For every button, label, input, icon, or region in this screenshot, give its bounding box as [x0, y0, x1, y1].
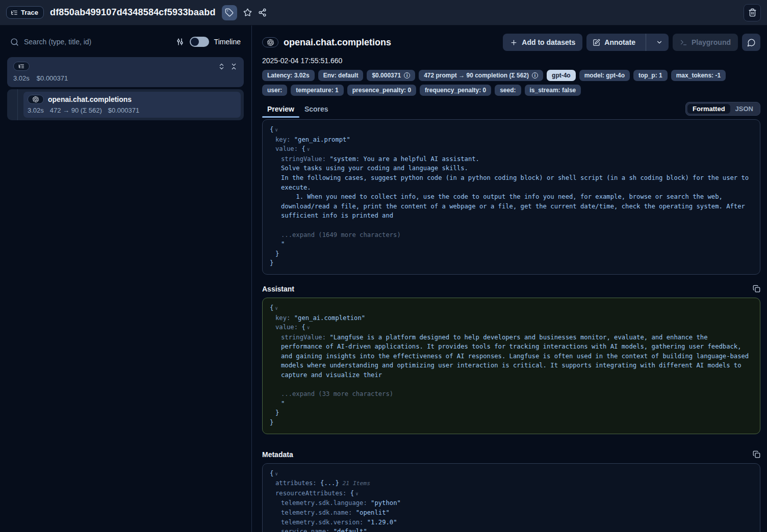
code-text: "Langfuse is a platform designed to help…	[281, 334, 753, 379]
code-line	[270, 380, 751, 390]
comment-bubble-icon	[747, 38, 756, 47]
top-bar: Trace df850ab499107d4348584cf5933baabd	[0, 0, 767, 25]
code-line: {∨	[270, 125, 751, 135]
annotate-dropdown-button[interactable]	[650, 34, 669, 51]
expand-link[interactable]: ...expand (1649 more characters)	[281, 231, 401, 238]
code-line: "	[270, 399, 751, 409]
code-line: "	[270, 240, 751, 249]
observation-node-card: openai.chat.completions 3.02s 472 → 90 (…	[7, 89, 244, 120]
collapse-chevron-icon[interactable]: ∨	[275, 305, 278, 311]
collapse-chevron-icon[interactable]: ∨	[275, 471, 278, 476]
star-button[interactable]	[243, 8, 252, 17]
observation-timestamp: 2025-02-04 17:55:51.660	[262, 57, 760, 65]
code-line: service.name: "default"	[270, 527, 751, 532]
badge-label: is_stream: false	[530, 87, 576, 94]
code-line: }	[270, 258, 751, 268]
observation-node-row[interactable]: openai.chat.completions 3.02s 472 → 90 (…	[23, 92, 241, 118]
trace-cost: $0.000371	[37, 74, 68, 82]
code-line: attributes: {...} 21 Items	[270, 478, 751, 489]
expand-link[interactable]: ...expand (33 more characters)	[281, 390, 393, 397]
tree-search-input[interactable]	[24, 38, 170, 46]
code-line: ...expand (1649 more characters)	[270, 230, 751, 240]
detail-header: openai.chat.completions Add to datasets …	[262, 34, 760, 51]
collapse-all-icon[interactable]	[230, 63, 238, 70]
badge-model: model: gpt-4o	[579, 70, 630, 81]
assistant-label: Assistant	[262, 285, 294, 293]
collapse-chevron-icon[interactable]: ∨	[355, 491, 359, 496]
code-text: "default"	[334, 528, 367, 532]
badges-row-2: user:temperature: 1presence_penalty: 0fr…	[262, 85, 760, 96]
format-toggle-formatted[interactable]: Formatted	[687, 104, 730, 114]
metadata-section-header: Metadata	[262, 450, 760, 459]
share-button[interactable]	[258, 8, 267, 17]
annotate-button[interactable]: Annotate	[586, 34, 669, 51]
openai-icon	[33, 96, 39, 102]
filter-sliders-icon[interactable]	[175, 37, 185, 46]
code-key: telemetry.sdk.language:	[281, 499, 367, 507]
badge-label: Latency: 3.02s	[267, 72, 310, 79]
tabs-row: Preview Scores Formatted JSON	[262, 102, 760, 118]
collapse-chevron-icon[interactable]: ∨	[307, 146, 310, 152]
tag-button[interactable]	[222, 5, 237, 20]
observation-tokens: 472 → 90 (Σ 562)	[50, 107, 102, 114]
collapse-chevron-icon[interactable]: ∨	[275, 127, 278, 132]
add-to-datasets-button[interactable]: Add to datasets	[503, 34, 582, 51]
code-key: value:	[275, 324, 298, 331]
copy-icon[interactable]	[753, 285, 760, 292]
list-tree-icon	[11, 9, 18, 16]
badge-label: top_p: 1	[638, 72, 662, 79]
tab-scores[interactable]: Scores	[299, 105, 334, 118]
code-line: }	[270, 408, 751, 418]
observation-type-pill	[28, 95, 44, 104]
badge-label: user:	[267, 87, 282, 94]
info-icon: i	[532, 72, 538, 78]
code-line: ...expand (33 more characters)	[270, 389, 751, 399]
badge-label: $0.000371	[372, 72, 401, 79]
code-key: stringValue:	[281, 334, 326, 341]
button-divider	[646, 34, 646, 51]
prompt-json-block: {∨key: "gen_ai.prompt"value: {∨stringVal…	[262, 119, 760, 275]
code-line: stringValue: "Langfuse is a platform des…	[270, 333, 751, 380]
trace-node-type-pill	[13, 62, 30, 71]
comments-button[interactable]	[742, 34, 760, 51]
code-line: 1. When you need to collect info, use th…	[270, 192, 751, 221]
badge-top_p: top_p: 1	[633, 70, 668, 81]
code-line: telemetry.sdk.version: "1.29.0"	[270, 518, 751, 527]
code-line: stringValue: "system: You are a helpful …	[270, 154, 751, 164]
format-toggle: Formatted JSON	[685, 102, 760, 116]
copy-icon[interactable]	[753, 450, 760, 458]
tab-preview[interactable]: Preview	[262, 105, 299, 118]
expand-all-icon[interactable]	[218, 63, 225, 70]
trace-node-card[interactable]: 3.02s $0.000371	[7, 57, 244, 87]
metadata-label: Metadata	[262, 450, 293, 459]
timeline-toggle[interactable]	[190, 37, 209, 47]
badge-label: Env: default	[323, 72, 359, 79]
trash-icon	[748, 8, 757, 17]
code-text: In the following cases, suggest python c…	[281, 174, 753, 191]
trace-tree-sidebar: Timeline 3.02s $0.000371	[0, 25, 251, 532]
assistant-section-header: Assistant	[262, 285, 760, 293]
code-line: telemetry.sdk.name: "openlit"	[270, 508, 751, 518]
code-text: }	[275, 409, 279, 416]
tag-icon	[225, 8, 234, 17]
code-line: In the following cases, suggest python c…	[270, 173, 751, 192]
code-text	[363, 519, 367, 526]
trace-latency: 3.02s	[13, 74, 30, 82]
code-text	[346, 490, 350, 497]
collapse-chevron-icon[interactable]: ∨	[307, 325, 310, 330]
code-text: }	[270, 259, 273, 267]
delete-trace-button[interactable]	[744, 4, 761, 21]
format-toggle-json[interactable]: JSON	[730, 104, 758, 114]
timeline-label: Timeline	[214, 38, 241, 46]
code-text: }	[270, 419, 273, 426]
code-text: 1. When you need to collect info, use th…	[281, 193, 749, 219]
playground-button[interactable]: Playground	[673, 34, 738, 51]
badges-row-1: Latency: 3.02sEnv: default$0.000371i472 …	[262, 70, 760, 81]
badge-label: gpt-4o	[552, 72, 571, 79]
code-text: {	[270, 304, 273, 311]
code-key: telemetry.sdk.version:	[281, 519, 363, 526]
code-key: key:	[275, 314, 290, 322]
code-key: telemetry.sdk.name:	[281, 509, 352, 516]
langfuse-trace-page: Trace df850ab499107d4348584cf5933baabd T…	[0, 0, 767, 532]
trace-type-badge: Trace	[6, 6, 44, 19]
